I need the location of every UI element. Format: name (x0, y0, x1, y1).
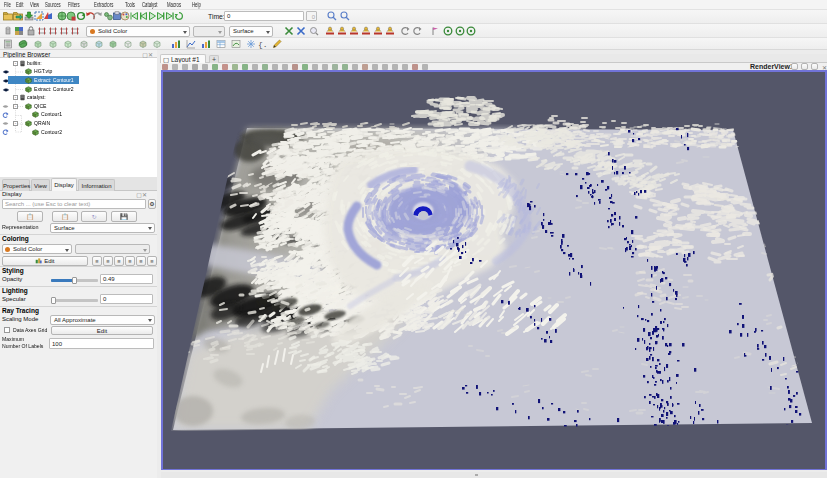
svg-text:{..}: {..} (258, 40, 267, 49)
